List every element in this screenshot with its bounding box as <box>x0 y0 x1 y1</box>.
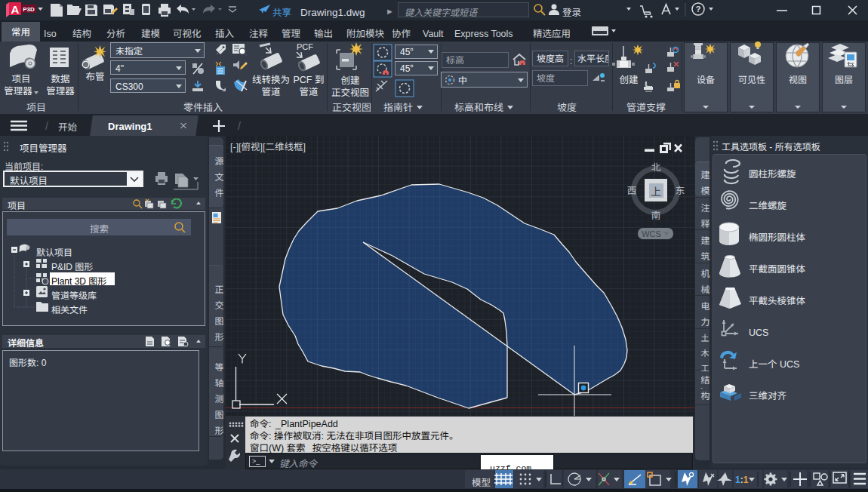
svg-text:[-][俯视][二维线框]: [-][俯视][二维线框] <box>230 139 306 153</box>
svg-text:WCS: WCS <box>642 227 661 239</box>
svg-text:1:1: 1:1 <box>735 472 749 485</box>
svg-text:A: A <box>11 3 20 16</box>
svg-text:东: 东 <box>676 183 685 197</box>
svg-text:西: 西 <box>627 183 637 197</box>
svg-text:北: 北 <box>651 159 661 174</box>
svg-text:PCF: PCF <box>297 42 313 52</box>
svg-text:上: 上 <box>651 183 661 198</box>
svg-text:南: 南 <box>651 208 661 222</box>
svg-text:?: ? <box>696 2 701 14</box>
svg-text:P3D: P3D <box>23 5 35 13</box>
